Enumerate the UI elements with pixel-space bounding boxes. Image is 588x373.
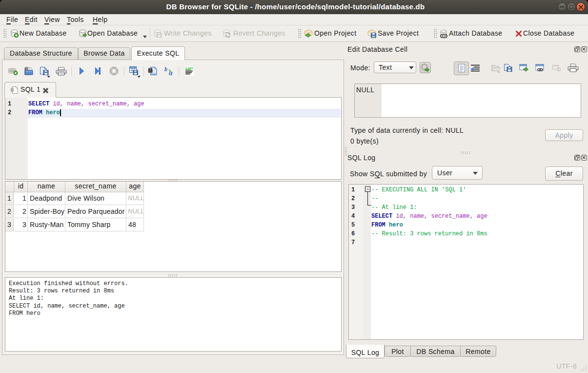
svg-text:b: b <box>164 66 167 73</box>
